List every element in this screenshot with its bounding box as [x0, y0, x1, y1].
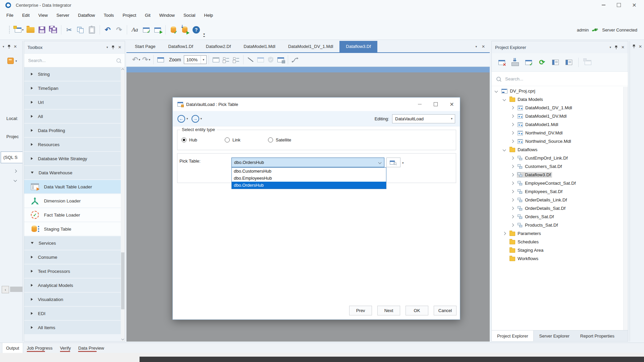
chevron-down-icon[interactable]: [503, 98, 509, 101]
toolbox-category-all-items[interactable]: All Items: [24, 321, 121, 334]
connection-combo[interactable]: (SQL S: [1, 152, 23, 163]
menu-view[interactable]: View: [34, 13, 52, 18]
tree-item-orderdetails-link-df[interactable]: OrderDetails_Link.Df: [492, 196, 623, 204]
doc-tab-start-page[interactable]: Start Page: [128, 41, 162, 52]
toolbox-item-data-vault-table-loader[interactable]: Data Vault Table Loader: [24, 180, 121, 193]
tab-output[interactable]: Output: [2, 343, 23, 353]
chevron-right-icon[interactable]: [511, 174, 517, 176]
scroll-left-button[interactable]: ‹: [2, 286, 9, 293]
chevron-down-icon[interactable]: ▼: [201, 56, 206, 64]
verify-shield-button[interactable]: [266, 54, 276, 65]
chevron-right-icon[interactable]: [503, 232, 509, 235]
tree-item-employeecontact-sat-df[interactable]: EmployeeContact_Sat.Df: [492, 179, 623, 187]
chevron-right-icon[interactable]: [511, 107, 517, 109]
chevron-right-icon[interactable]: [511, 165, 517, 168]
toolbox-category-all[interactable]: All: [24, 110, 121, 123]
toolbox-category-resources[interactable]: Resources: [24, 138, 121, 151]
chevron-right-icon[interactable]: [511, 132, 517, 134]
toolbox-category-database-write-strategy[interactable]: Database Write Strategy: [24, 152, 121, 165]
prev-button[interactable]: Prev: [349, 306, 372, 315]
editing-combo[interactable]: DataVaultLoad ▾: [392, 114, 455, 123]
doc-tab-datamodel1-mdl[interactable]: DataModel1.Mdl: [237, 41, 282, 52]
toolbox-item-fact-table-loader[interactable]: ✓Fact Table Loader: [24, 208, 121, 222]
toolbox-category-consume[interactable]: Consume: [24, 250, 121, 264]
expand-collapse-button[interactable]: [211, 54, 221, 65]
tree-item-northwind-dv-mdl[interactable]: Northwind_DV.Mdl: [492, 129, 623, 137]
refresh-button[interactable]: ⟳: [536, 56, 548, 69]
tree-item-custempord-link-df[interactable]: CustEmpOrd_Link.Df: [492, 154, 623, 162]
save-button[interactable]: [36, 23, 48, 37]
tree-item-employees-sat-df[interactable]: Employees_Sat.Df: [492, 187, 623, 196]
tab-job-progress[interactable]: Job Progress: [23, 343, 56, 353]
vertical-layout-button[interactable]: [221, 54, 231, 65]
verify-button[interactable]: ✓: [141, 23, 152, 37]
minimize-button[interactable]: [596, 0, 611, 10]
toolbox-scrollbar[interactable]: [121, 67, 125, 341]
cut-button[interactable]: ✂: [63, 23, 75, 37]
tree-item-dataflows[interactable]: Dataflows: [492, 145, 623, 154]
designer-settings-button[interactable]: [276, 54, 286, 65]
menu-edit[interactable]: Edit: [18, 13, 34, 18]
new-item-button[interactable]: ▾: [13, 23, 25, 37]
tab-project-explorer[interactable]: Project Explorer: [492, 330, 534, 341]
tree-item-datamodel1-dv-1-mdl[interactable]: DataModel1_DV_1.Mdl: [492, 104, 623, 112]
tree-item-staging-area[interactable]: Staging Area: [492, 246, 623, 254]
menu-help[interactable]: Help: [200, 13, 217, 18]
help-button[interactable]: ?: [191, 23, 202, 37]
tree-item-data-models[interactable]: Data Models: [492, 95, 623, 104]
expand-panel-button[interactable]: [563, 56, 575, 69]
tree-item-customers-sat-df[interactable]: Customers_Sat.Df: [492, 162, 623, 171]
collapse-panel-button[interactable]: [549, 56, 561, 69]
doc-tab-dataflow3-df[interactable]: Dataflow3.Df: [339, 41, 377, 52]
link-tool-button[interactable]: [246, 54, 256, 65]
toolbox-category-services[interactable]: Services: [24, 236, 121, 250]
chevron-down-icon[interactable]: [495, 90, 501, 92]
reroute-links-button[interactable]: [290, 54, 300, 65]
tree-item-products-sat-df[interactable]: Products_Sat.Df: [492, 221, 623, 229]
scrollbar-thumb[interactable]: [121, 252, 124, 309]
close-icon[interactable]: ✕: [621, 45, 625, 50]
dropdown-option[interactable]: dbo.CustomersHub: [232, 168, 386, 175]
remove-project-button[interactable]: ✕: [496, 56, 508, 69]
toolbox-category-text-processors[interactable]: Text Processors: [24, 264, 121, 278]
menu-tools[interactable]: Tools: [99, 13, 118, 18]
scroll-up-icon[interactable]: [121, 68, 124, 71]
tree-item-orders-sat-df[interactable]: Orders_Sat.Df: [492, 213, 623, 221]
tree-item-orderdetails-sat-df[interactable]: OrderDetails_Sat.Df: [492, 204, 623, 213]
chevron-right-icon[interactable]: [511, 115, 517, 117]
toolbox-category-timespan[interactable]: TimeSpan: [24, 81, 121, 95]
close-icon[interactable]: ✕: [639, 44, 642, 49]
check-project-button[interactable]: ✓: [523, 56, 535, 69]
entity-radio-satellite[interactable]: Satellite: [268, 137, 293, 142]
chevron-down-icon[interactable]: ▾: [3, 45, 4, 48]
project-search-input[interactable]: Search...: [492, 72, 628, 86]
copy-button[interactable]: [75, 23, 86, 37]
menu-file[interactable]: File: [2, 13, 18, 18]
dropdown-option[interactable]: dbo.OrdersHub: [232, 182, 386, 189]
font-button[interactable]: Aa: [129, 23, 141, 37]
menu-window[interactable]: Window: [155, 13, 179, 18]
toolbox-item-staging-table[interactable]: Staging Table: [24, 222, 121, 236]
verify-database-button[interactable]: ✓: [168, 23, 179, 37]
scroll-down-icon[interactable]: [121, 338, 124, 340]
entity-radio-hub[interactable]: Hub: [181, 137, 206, 142]
dialog-maximize-button[interactable]: [428, 99, 444, 109]
toolbox-search-input[interactable]: Search...: [24, 53, 125, 67]
chevron-right-icon[interactable]: [511, 199, 517, 201]
toolbox-category-edi[interactable]: EDI: [24, 307, 121, 320]
scrollbar-thumb[interactable]: [10, 287, 22, 292]
preview-button[interactable]: [256, 54, 266, 65]
menu-server[interactable]: Server: [52, 13, 73, 18]
chevron-right-icon[interactable]: [14, 168, 16, 174]
toolbox-category-analytical-models[interactable]: Analytical Models: [24, 279, 121, 292]
redo-button[interactable]: ↷: [113, 23, 125, 37]
pick-table-combo[interactable]: dbo.OrdersHub: [231, 158, 384, 167]
chevron-right-icon[interactable]: [511, 157, 517, 159]
cancel-button[interactable]: Cancel: [434, 306, 457, 315]
chevron-right-icon[interactable]: [511, 140, 517, 142]
menu-project[interactable]: Project: [118, 13, 141, 18]
browse-table-button[interactable]: [386, 158, 400, 167]
undo-button[interactable]: ↶: [102, 23, 113, 37]
zoom-select[interactable]: 100% ▼: [184, 55, 207, 64]
doc-tab-datamodel1-dv-1-mdl[interactable]: DataModel1_DV_1.Mdl: [282, 41, 339, 52]
